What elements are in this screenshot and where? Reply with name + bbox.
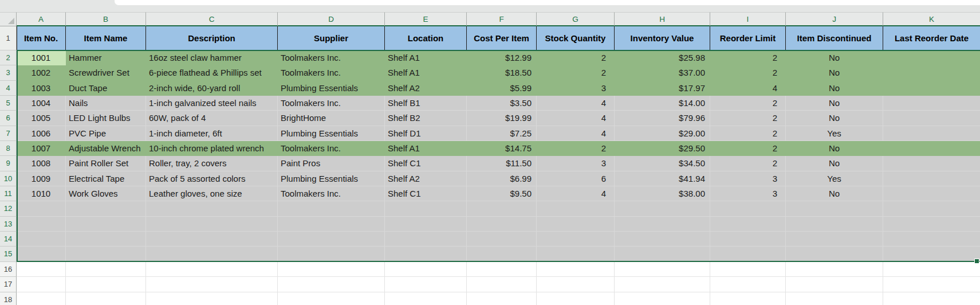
cell-C17[interactable] (146, 277, 278, 292)
column-header-f[interactable]: F (467, 12, 537, 26)
cell-F14[interactable] (467, 232, 537, 247)
fill-handle[interactable] (974, 259, 979, 264)
column-header-e[interactable]: E (385, 12, 467, 26)
cell-B18[interactable] (66, 292, 146, 305)
cell-A10[interactable]: 1009 (17, 171, 66, 186)
cell-B9[interactable]: Paint Roller Set (66, 156, 146, 171)
cell-A9[interactable]: 1008 (17, 156, 66, 171)
cell-E5[interactable]: Shelf B1 (385, 96, 467, 111)
cell-E15[interactable] (385, 247, 467, 261)
column-header-k[interactable]: K (883, 12, 980, 26)
cell-K14[interactable] (883, 232, 980, 247)
cell-I6[interactable]: 2 (710, 111, 786, 126)
column-header-j[interactable]: J (786, 12, 883, 26)
cell-H10[interactable]: $41.94 (615, 171, 710, 186)
cell-G3[interactable]: 2 (537, 65, 615, 80)
cell-K7[interactable] (883, 126, 980, 141)
cell-I14[interactable] (710, 232, 786, 247)
cell-H18[interactable] (615, 292, 710, 305)
cell-I3[interactable]: 2 (710, 65, 786, 80)
cell-E4[interactable]: Shelf A2 (385, 81, 467, 96)
cell-C9[interactable]: Roller, tray, 2 covers (146, 156, 278, 171)
column-header-a[interactable]: A (17, 12, 66, 26)
cell-K9[interactable] (883, 156, 980, 171)
cell-E6[interactable]: Shelf B2 (385, 111, 467, 126)
cell-H9[interactable]: $34.50 (615, 156, 710, 171)
row-header-5[interactable]: 5 (0, 96, 17, 111)
row-header-7[interactable]: 7 (0, 126, 17, 141)
row-header-9[interactable]: 9 (0, 156, 17, 171)
cell-C4[interactable]: 2-inch wide, 60-yard roll (146, 81, 278, 96)
cell-E3[interactable]: Shelf A1 (385, 65, 467, 80)
cell-A7[interactable]: 1006 (17, 126, 66, 141)
row-header-17[interactable]: 17 (0, 277, 17, 292)
cell-K13[interactable] (883, 217, 980, 232)
cell-A2[interactable]: 1001 (17, 50, 66, 65)
cell-B1[interactable]: Item Name (66, 26, 146, 50)
cell-I11[interactable]: 3 (710, 186, 786, 201)
cell-E10[interactable]: Shelf A2 (385, 171, 467, 186)
cell-I18[interactable] (710, 292, 786, 305)
row-header-14[interactable]: 14 (0, 232, 17, 247)
cell-C14[interactable] (146, 232, 278, 247)
cell-E18[interactable] (385, 292, 467, 305)
cell-J10[interactable]: Yes (786, 171, 883, 186)
cell-B2[interactable]: Hammer (66, 50, 146, 65)
cell-H15[interactable] (615, 247, 710, 261)
row-header-16[interactable]: 16 (0, 262, 17, 277)
cell-H16[interactable] (615, 262, 710, 277)
cell-B11[interactable]: Work Gloves (66, 186, 146, 201)
cell-I13[interactable] (710, 217, 786, 232)
cell-D11[interactable]: Toolmakers Inc. (278, 186, 385, 201)
row-header-10[interactable]: 10 (0, 171, 17, 186)
column-header-i[interactable]: I (710, 12, 786, 26)
cell-G8[interactable]: 2 (537, 141, 615, 156)
cell-A8[interactable]: 1007 (17, 141, 66, 156)
cell-C15[interactable] (146, 247, 278, 261)
row-header-8[interactable]: 8 (0, 141, 17, 156)
cell-B7[interactable]: PVC Pipe (66, 126, 146, 141)
cell-F1[interactable]: Cost Per Item (467, 26, 537, 50)
cell-J17[interactable] (786, 277, 883, 292)
cell-B12[interactable] (66, 201, 146, 216)
cell-A12[interactable] (17, 201, 66, 216)
cell-H11[interactable]: $38.00 (615, 186, 710, 201)
cell-E1[interactable]: Location (385, 26, 467, 50)
cell-D9[interactable]: Paint Pros (278, 156, 385, 171)
cell-D14[interactable] (278, 232, 385, 247)
cell-F15[interactable] (467, 247, 537, 261)
cell-J16[interactable] (786, 262, 883, 277)
cell-H8[interactable]: $29.50 (615, 141, 710, 156)
cell-B13[interactable] (66, 217, 146, 232)
cell-D6[interactable]: BrightHome (278, 111, 385, 126)
cell-I1[interactable]: Reorder Limit (710, 26, 786, 50)
cell-I4[interactable]: 4 (710, 81, 786, 96)
formula-bar[interactable] (115, 0, 980, 5)
cell-I9[interactable]: 2 (710, 156, 786, 171)
cell-D4[interactable]: Plumbing Essentials (278, 81, 385, 96)
cell-J12[interactable] (786, 201, 883, 216)
cell-D16[interactable] (278, 262, 385, 277)
cell-I15[interactable] (710, 247, 786, 261)
cell-G18[interactable] (537, 292, 615, 305)
cell-A17[interactable] (17, 277, 66, 292)
cell-G16[interactable] (537, 262, 615, 277)
cell-G13[interactable] (537, 217, 615, 232)
cell-C1[interactable]: Description (146, 26, 278, 50)
cell-F18[interactable] (467, 292, 537, 305)
cell-K1[interactable]: Last Reorder Date (883, 26, 980, 50)
cell-K11[interactable] (883, 186, 980, 201)
cell-B10[interactable]: Electrical Tape (66, 171, 146, 186)
cell-C18[interactable] (146, 292, 278, 305)
cell-F11[interactable]: $9.50 (467, 186, 537, 201)
cell-E7[interactable]: Shelf D1 (385, 126, 467, 141)
cell-A15[interactable] (17, 247, 66, 261)
row-header-2[interactable]: 2 (0, 50, 17, 65)
cell-A4[interactable]: 1003 (17, 81, 66, 96)
cell-J2[interactable]: No (786, 50, 883, 65)
column-header-h[interactable]: H (615, 12, 710, 26)
row-header-15[interactable]: 15 (0, 247, 17, 261)
cell-I8[interactable]: 2 (710, 141, 786, 156)
cell-B5[interactable]: Nails (66, 96, 146, 111)
row-header-13[interactable]: 13 (0, 217, 17, 232)
